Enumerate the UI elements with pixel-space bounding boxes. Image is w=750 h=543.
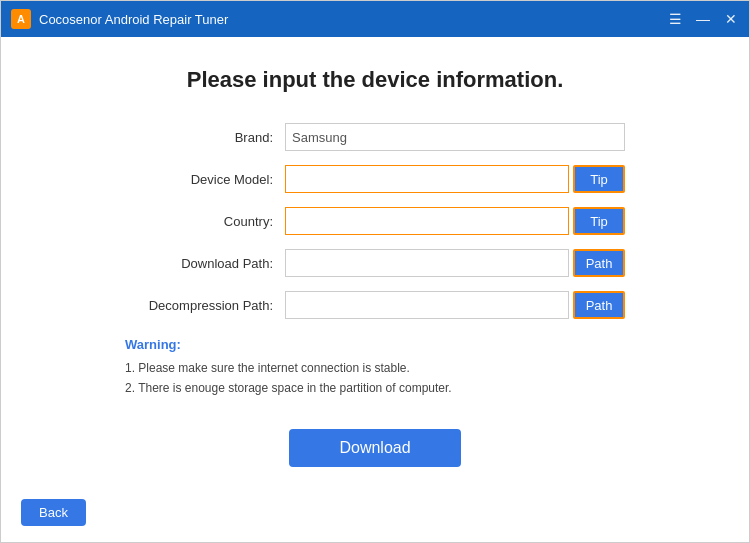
brand-label: Brand: [125, 130, 285, 145]
app-title: Cocosenor Android Repair Tuner [39, 12, 667, 27]
device-model-label: Device Model: [125, 172, 285, 187]
device-model-tip-button[interactable]: Tip [573, 165, 625, 193]
country-input[interactable] [285, 207, 569, 235]
page-title: Please input the device information. [31, 67, 719, 93]
app-icon: A [11, 9, 31, 29]
main-content: Please input the device information. Bra… [1, 37, 749, 542]
decompression-path-row: Decompression Path: Path [125, 291, 625, 319]
decompression-path-input[interactable] [285, 291, 569, 319]
download-path-input[interactable] [285, 249, 569, 277]
close-button[interactable]: ✕ [723, 11, 739, 27]
download-button[interactable]: Download [289, 429, 460, 467]
hamburger-icon[interactable]: ☰ [667, 11, 683, 27]
device-model-input[interactable] [285, 165, 569, 193]
download-btn-area: Download [31, 429, 719, 467]
brand-row: Brand: [125, 123, 625, 151]
download-path-label: Download Path: [125, 256, 285, 271]
warning-section: Warning: 1. Please make sure the interne… [125, 337, 625, 399]
minimize-button[interactable]: — [695, 11, 711, 27]
app-window: A Cocosenor Android Repair Tuner ☰ — ✕ P… [0, 0, 750, 543]
decompression-path-button[interactable]: Path [573, 291, 625, 319]
decompression-path-label: Decompression Path: [125, 298, 285, 313]
title-bar: A Cocosenor Android Repair Tuner ☰ — ✕ [1, 1, 749, 37]
warning-title: Warning: [125, 337, 625, 352]
country-tip-button[interactable]: Tip [573, 207, 625, 235]
device-model-row: Device Model: Tip [125, 165, 625, 193]
back-btn-area: Back [21, 499, 86, 526]
warning-line-1: 1. Please make sure the internet connect… [125, 358, 625, 378]
form-area: Brand: Device Model: Tip Country: Tip Do… [31, 123, 719, 319]
country-label: Country: [125, 214, 285, 229]
window-controls: ☰ — ✕ [667, 11, 739, 27]
download-path-button[interactable]: Path [573, 249, 625, 277]
back-button[interactable]: Back [21, 499, 86, 526]
country-row: Country: Tip [125, 207, 625, 235]
warning-line-2: 2. There is enouge storage space in the … [125, 378, 625, 398]
download-path-row: Download Path: Path [125, 249, 625, 277]
brand-input[interactable] [285, 123, 625, 151]
